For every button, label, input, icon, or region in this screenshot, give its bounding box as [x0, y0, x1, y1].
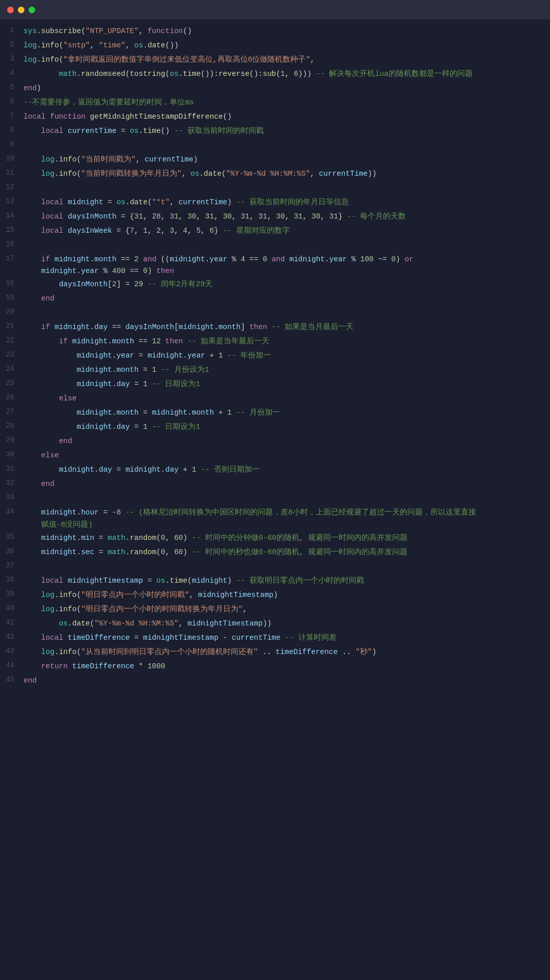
table-row: 37	[0, 560, 550, 574]
code-editor: 1 sys.subscribe("NTP_UPDATE", function()…	[0, 19, 550, 693]
table-row: 28 midnight.day = 1 -- 日期设为1	[0, 420, 550, 434]
table-row: 17 if midnight.month == 2 and ((midnight…	[0, 253, 550, 278]
table-row: 15 local daysInWeek = {7, 1, 2, 3, 4, 5,…	[0, 224, 550, 238]
table-row: 29 end	[0, 434, 550, 449]
table-row: 21 if midnight.day == daysInMonth[midnig…	[0, 320, 550, 335]
table-row: 40 log.info("明日零点内一个小时的时间戳转换为年月日为",	[0, 603, 550, 617]
table-row: 36 midnight.sec = math.random(0, 60) -- …	[0, 546, 550, 560]
table-row: 45 end	[0, 674, 550, 688]
table-row: 25 midnight.day = 1 -- 日期设为1	[0, 377, 550, 392]
table-row: 30 else	[0, 449, 550, 463]
table-row: 38 local midnightTimestamp = os.time(mid…	[0, 574, 550, 588]
table-row: 16	[0, 238, 550, 253]
table-row: 42 local timeDifference = midnightTimest…	[0, 631, 550, 645]
table-row: 44 return timeDifference * 1000	[0, 660, 550, 674]
table-row: 19 end	[0, 292, 550, 306]
table-row: 24 midnight.month = 1 -- 月份设为1	[0, 363, 550, 377]
table-row: 41 os.date("%Y-%m-%d %H:%M:%S", midnight…	[0, 617, 550, 631]
table-row: 9	[0, 139, 550, 153]
table-row: 35 midnight.min = math.random(0, 60) -- …	[0, 531, 550, 546]
table-row: 33	[0, 492, 550, 506]
table-row: 34 midnight.hour = -8 -- (格林尼治时间转换为中国区时间…	[0, 506, 550, 531]
close-button[interactable]	[7, 7, 14, 13]
table-row: 26 else	[0, 392, 550, 406]
table-row: 6 --不需要传参，返回值为需要延时的时间，单位ms	[0, 96, 550, 110]
table-row: 2 log.info("sntp", "time", os.date())	[0, 39, 550, 53]
table-row: 14 local daysInMonth = {31, 28, 31, 30, …	[0, 210, 550, 224]
table-row: 8 local currentTime = os.time() -- 获取当前时…	[0, 124, 550, 139]
table-row: 20	[0, 306, 550, 320]
table-row: 18 daysInMonth[2] = 29 -- 闰年2月有29天	[0, 278, 550, 292]
table-row: 7 local function getMidnightTimestampDif…	[0, 110, 550, 124]
table-row: 13 local midnight = os.date("*t", curren…	[0, 196, 550, 210]
table-row: 31 midnight.day = midnight.day + 1 -- 否则…	[0, 463, 550, 477]
table-row: 5 end)	[0, 81, 550, 96]
table-row: 12	[0, 181, 550, 196]
table-row: 39 log.info("明日零点内一个小时的时间戳", midnightTim…	[0, 588, 550, 603]
table-row: 4 math.randomseed(tostring(os.time()):re…	[0, 67, 550, 81]
table-row: 10 log.info("当前时间戳为", currentTime)	[0, 153, 550, 167]
table-row: 3 log.info("拿时间戳返回的数值字串倒过来低位变高位,再取高位6位做随…	[0, 53, 550, 67]
table-row: 27 midnight.month = midnight.month + 1 -…	[0, 406, 550, 420]
table-row: 22 if midnight.month == 12 then -- 如果是当年…	[0, 335, 550, 349]
titlebar	[0, 0, 550, 19]
table-row: 11 log.info("当前时间戳转换为年月日为", os.date("%Y-…	[0, 167, 550, 181]
table-row: 43 log.info("从当前时间到明日零点内一个小时的随机时间还有" .. …	[0, 645, 550, 660]
minimize-button[interactable]	[18, 7, 24, 13]
maximize-button[interactable]	[29, 7, 35, 13]
table-row: 32 end	[0, 477, 550, 492]
table-row: 1 sys.subscribe("NTP_UPDATE", function()	[0, 24, 550, 39]
table-row: 23 midnight.year = midnight.year + 1 -- …	[0, 349, 550, 363]
